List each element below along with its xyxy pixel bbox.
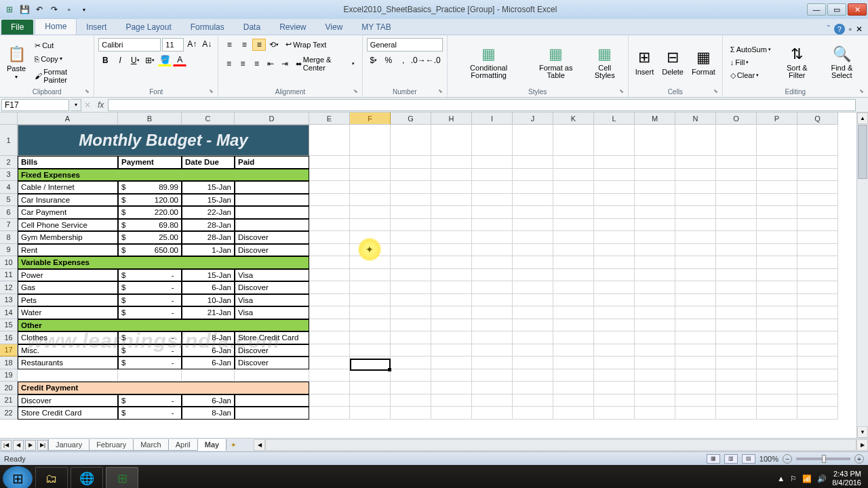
cell[interactable] (309, 357, 350, 369)
cell[interactable] (797, 394, 838, 407)
cell[interactable]: $ - (118, 394, 182, 407)
cell[interactable]: Date Due (182, 156, 235, 169)
cell[interactable] (757, 231, 797, 244)
cell[interactable] (594, 344, 635, 357)
cell[interactable] (472, 219, 513, 232)
cell[interactable] (391, 169, 431, 182)
format-cells-button[interactable]: ▦Format (689, 47, 718, 77)
cell[interactable] (797, 244, 838, 257)
cell[interactable] (716, 156, 757, 169)
cell[interactable] (472, 306, 513, 319)
cell[interactable] (757, 206, 797, 219)
cell[interactable] (594, 156, 635, 169)
cell[interactable] (675, 219, 716, 232)
cell[interactable]: $25.00 (118, 231, 182, 244)
cell[interactable]: 15-Jan (182, 181, 235, 194)
cell[interactable] (757, 394, 797, 407)
cell[interactable] (594, 269, 635, 282)
cell[interactable] (431, 369, 472, 382)
fx-icon[interactable]: fx (94, 100, 108, 110)
decrease-indent-button[interactable]: ⇤ (264, 58, 277, 70)
scroll-down-button[interactable]: ▼ (857, 426, 868, 438)
cell[interactable] (553, 181, 594, 194)
new-sheet-button[interactable]: ✦ (226, 441, 240, 449)
column-header-E[interactable]: E (309, 113, 350, 125)
zoom-in-button[interactable]: + (854, 454, 864, 464)
cell[interactable] (513, 181, 553, 194)
underline-button[interactable]: U▾ (128, 54, 142, 66)
formula-input[interactable] (108, 99, 856, 111)
delete-cells-button[interactable]: ⊟Delete (659, 47, 686, 77)
cell[interactable]: Bills (18, 156, 118, 169)
row-header[interactable]: 1 (0, 125, 18, 156)
cell[interactable] (513, 219, 553, 232)
cell[interactable] (594, 382, 635, 394)
cell[interactable] (513, 206, 553, 219)
cell[interactable]: Gym Membership (18, 231, 118, 244)
cell[interactable] (350, 156, 391, 169)
cell[interactable] (431, 219, 472, 232)
column-header-G[interactable]: G (391, 113, 431, 125)
cell[interactable] (716, 306, 757, 319)
cell[interactable] (797, 169, 838, 182)
cell[interactable] (472, 394, 513, 407)
cell[interactable] (675, 244, 716, 257)
tab-formulas[interactable]: Formulas (181, 20, 234, 35)
scroll-up-button[interactable]: ▲ (857, 113, 868, 124)
new-icon[interactable]: ▫ (64, 4, 75, 15)
cell[interactable]: 28-Jan (182, 219, 235, 232)
cell[interactable] (553, 256, 594, 269)
cell[interactable] (350, 206, 391, 219)
cell[interactable] (309, 181, 350, 194)
increase-decimal-button[interactable]: .0→ (412, 54, 425, 66)
clear-button[interactable]: ◇Clear▾ (727, 69, 774, 82)
qat-customize-icon[interactable]: ▾ (79, 4, 90, 15)
column-header-D[interactable]: D (235, 113, 309, 125)
cell[interactable] (309, 219, 350, 232)
cell[interactable] (513, 331, 553, 344)
cell[interactable] (235, 181, 309, 194)
cell[interactable]: 28-Jan (182, 231, 235, 244)
italic-button[interactable]: I (113, 54, 127, 66)
cell[interactable] (757, 169, 797, 182)
cell[interactable] (716, 244, 757, 257)
cell[interactable] (757, 357, 797, 369)
cell[interactable] (594, 281, 635, 294)
cell[interactable] (635, 319, 675, 332)
cell[interactable] (797, 281, 838, 294)
cell[interactable] (675, 369, 716, 382)
cell[interactable] (635, 281, 675, 294)
select-all-corner[interactable] (0, 113, 18, 125)
cell[interactable] (635, 331, 675, 344)
tab-review[interactable]: Review (270, 20, 315, 35)
top-align-button[interactable]: ≡ (222, 39, 236, 51)
insert-cells-button[interactable]: ⊞Insert (633, 47, 657, 77)
cell[interactable] (472, 231, 513, 244)
cell[interactable] (513, 394, 553, 407)
cell[interactable] (309, 194, 350, 207)
merge-center-button[interactable]: ⬌Merge & Center▾ (292, 54, 358, 74)
format-painter-button[interactable]: 🖌Format Painter (31, 66, 90, 86)
cell[interactable] (431, 156, 472, 169)
cell[interactable]: Paid (235, 156, 309, 169)
cell[interactable] (391, 357, 431, 369)
cell[interactable]: $ - (118, 294, 182, 307)
row-header[interactable]: 6 (0, 206, 18, 219)
conditional-formatting-button[interactable]: ▦Conditional Formatting (452, 44, 526, 81)
cell[interactable] (797, 125, 838, 156)
cell[interactable] (594, 369, 635, 382)
cell[interactable] (391, 394, 431, 407)
cell[interactable]: Rent (18, 244, 118, 257)
increase-font-button[interactable]: A↑ (185, 38, 199, 50)
row-header[interactable]: 9 (0, 244, 18, 257)
cell[interactable] (757, 344, 797, 357)
cell[interactable]: 8-Jan (182, 407, 235, 420)
bold-button[interactable]: B (98, 54, 112, 66)
cell[interactable]: 6-Jan (182, 394, 235, 407)
cell[interactable] (797, 206, 838, 219)
cell[interactable] (716, 407, 757, 420)
cell[interactable]: Car Payment (18, 206, 118, 219)
tab-file[interactable]: File (1, 20, 33, 35)
cell[interactable] (635, 194, 675, 207)
cell[interactable] (797, 407, 838, 420)
